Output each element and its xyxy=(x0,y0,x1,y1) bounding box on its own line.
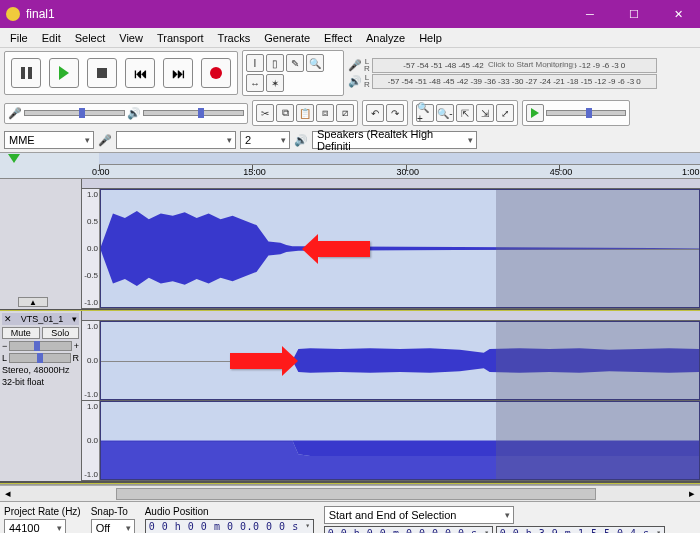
paste-icon[interactable]: 📋 xyxy=(296,104,314,122)
audio-host-combo[interactable]: MME xyxy=(4,131,94,149)
horizontal-scrollbar[interactable]: ◂ ▸ xyxy=(0,485,700,501)
annotation-arrow-right xyxy=(230,353,282,369)
redo-icon[interactable]: ↷ xyxy=(386,104,404,122)
clip-title-bar[interactable] xyxy=(82,179,700,189)
cut-icon[interactable]: ✂ xyxy=(256,104,274,122)
audio-clip[interactable] xyxy=(100,189,700,308)
menu-edit[interactable]: Edit xyxy=(36,30,67,46)
menu-help[interactable]: Help xyxy=(413,30,448,46)
app-icon xyxy=(6,7,20,21)
pause-button[interactable] xyxy=(11,58,41,88)
tools-toolbar: I ▯ ✎ 🔍 ↔ ✶ xyxy=(242,50,344,96)
clip-title-bar[interactable] xyxy=(82,311,700,321)
snap-to-combo[interactable]: Off xyxy=(91,519,135,533)
track-format: 32-bit float xyxy=(2,377,79,387)
waveform-lane[interactable] xyxy=(100,321,700,400)
speaker-icon: 🔊 xyxy=(127,107,141,120)
selection-tool-icon[interactable]: I xyxy=(246,54,264,72)
draw-tool-icon[interactable]: ✎ xyxy=(286,54,304,72)
playhead-icon[interactable] xyxy=(8,154,20,163)
skip-end-button[interactable]: ⏭ xyxy=(163,58,193,88)
vertical-scale: 1.00.50.0-0.5-1.0 xyxy=(82,189,100,308)
close-button[interactable]: ✕ xyxy=(656,0,700,28)
mic-icon: 🎤 xyxy=(348,59,362,72)
play-volume-slider[interactable] xyxy=(143,110,244,116)
zoom-out-icon[interactable]: 🔍- xyxy=(436,104,454,122)
play-button[interactable] xyxy=(49,58,79,88)
audio-position-label: Audio Position xyxy=(145,506,314,517)
track-row: ✕VTS_01_1▾ MuteSolo −+ LR Stereo, 48000H… xyxy=(0,311,700,483)
menubar: File Edit Select View Transport Tracks G… xyxy=(0,28,700,48)
menu-file[interactable]: File xyxy=(4,30,34,46)
playback-meter[interactable]: -57 -54 -51 -48 -45 -42 -39 -36 -33 -30 … xyxy=(372,74,657,89)
scrollbar-thumb[interactable] xyxy=(116,488,596,500)
undo-icon[interactable]: ↶ xyxy=(366,104,384,122)
track-row: ▲ 1.00.50.0-0.5-1.0 xyxy=(0,179,700,311)
zoom-in-icon[interactable]: 🔍+ xyxy=(416,104,434,122)
rec-device-combo[interactable] xyxy=(116,131,236,149)
menu-effect[interactable]: Effect xyxy=(318,30,358,46)
pan-slider[interactable] xyxy=(9,353,70,363)
timeline-ruler[interactable]: 0:00 15:00 30:00 45:00 1:00:00 xyxy=(0,153,700,179)
waveform-lane[interactable] xyxy=(100,401,700,480)
trim-icon[interactable]: ⧈ xyxy=(316,104,334,122)
envelope-tool-icon[interactable]: ▯ xyxy=(266,54,284,72)
gain-slider[interactable] xyxy=(9,341,71,351)
menu-tracks[interactable]: Tracks xyxy=(212,30,257,46)
menu-generate[interactable]: Generate xyxy=(258,30,316,46)
stop-button[interactable] xyxy=(87,58,117,88)
track-control-panel[interactable]: ✕VTS_01_1▾ MuteSolo −+ LR Stereo, 48000H… xyxy=(0,311,82,481)
rec-volume-slider[interactable] xyxy=(24,110,125,116)
multi-tool-icon[interactable]: ✶ xyxy=(266,74,284,92)
transport-toolbar: ⏮ ⏭ xyxy=(4,51,238,95)
record-button[interactable] xyxy=(201,58,231,88)
rec-channels-combo[interactable]: 2 xyxy=(240,131,290,149)
selection-mode-combo[interactable]: Start and End of Selection xyxy=(324,506,514,524)
maximize-button[interactable]: ☐ xyxy=(612,0,656,28)
device-toolbar: MME 🎤 2 🔊 Speakers (Realtek High Definit… xyxy=(0,128,700,152)
zoom-toggle-icon[interactable]: ⤢ xyxy=(496,104,514,122)
audio-position-field[interactable]: 0 0 h 0 0 m 0 0.0 0 0 s xyxy=(145,519,314,533)
window-title: final1 xyxy=(26,7,568,21)
playatspeed-toolbar xyxy=(522,100,630,126)
tracks-area: ▲ 1.00.50.0-0.5-1.0 xyxy=(0,179,700,485)
play-speed-slider[interactable] xyxy=(546,110,626,116)
play-at-speed-button[interactable] xyxy=(526,104,544,122)
solo-button[interactable]: Solo xyxy=(42,327,80,339)
skip-start-button[interactable]: ⏮ xyxy=(125,58,155,88)
recording-meter[interactable]: -57 -54 -51 -48 -45 -42Click to Start Mo… xyxy=(372,58,657,73)
track-control-panel[interactable]: ▲ xyxy=(0,179,82,309)
track-name[interactable]: ✕VTS_01_1▾ xyxy=(2,313,79,325)
mic-icon: 🎤 xyxy=(98,134,112,147)
play-device-combo[interactable]: Speakers (Realtek High Definiti xyxy=(312,131,477,149)
zoom-tool-icon[interactable]: 🔍 xyxy=(306,54,324,72)
menu-transport[interactable]: Transport xyxy=(151,30,210,46)
silence-icon[interactable]: ⧄ xyxy=(336,104,354,122)
waveform-icon xyxy=(101,190,699,307)
copy-icon[interactable]: ⧉ xyxy=(276,104,294,122)
fit-selection-icon[interactable]: ⇱ xyxy=(456,104,474,122)
fit-project-icon[interactable]: ⇲ xyxy=(476,104,494,122)
menu-view[interactable]: View xyxy=(113,30,149,46)
minimize-button[interactable]: ─ xyxy=(568,0,612,28)
project-rate-label: Project Rate (Hz) xyxy=(4,506,81,517)
waveform-lane[interactable] xyxy=(100,189,700,308)
undo-toolbar: ↶ ↷ xyxy=(362,100,408,126)
selection-start-field[interactable]: 0 0 h 0 0 m 0 0.0 0 0 s xyxy=(324,526,493,533)
menu-analyze[interactable]: Analyze xyxy=(360,30,411,46)
ruler-label: 30:00 xyxy=(396,167,419,177)
svg-marker-0 xyxy=(101,211,699,286)
toolbars: ⏮ ⏭ I ▯ ✎ 🔍 ↔ ✶ 🎤 LR -57 -54 -51 -48 -45… xyxy=(0,48,700,153)
project-rate-combo[interactable]: 44100 xyxy=(4,519,66,533)
selection-end-field[interactable]: 0 0 h 3 9 m 1 5.5 0 4 s xyxy=(496,526,665,533)
audio-clip[interactable] xyxy=(100,401,700,480)
timeshift-tool-icon[interactable]: ↔ xyxy=(246,74,264,92)
mute-button[interactable]: Mute xyxy=(2,327,40,339)
track-collapse-button[interactable]: ▲ xyxy=(18,297,48,307)
play-meter-lr: LR xyxy=(364,74,370,88)
vertical-scale: 1.00.0-1.0 xyxy=(82,321,100,400)
speaker-icon: 🔊 xyxy=(348,75,362,88)
waveform-icon xyxy=(101,322,699,399)
menu-select[interactable]: Select xyxy=(69,30,112,46)
audio-clip[interactable] xyxy=(100,321,700,400)
